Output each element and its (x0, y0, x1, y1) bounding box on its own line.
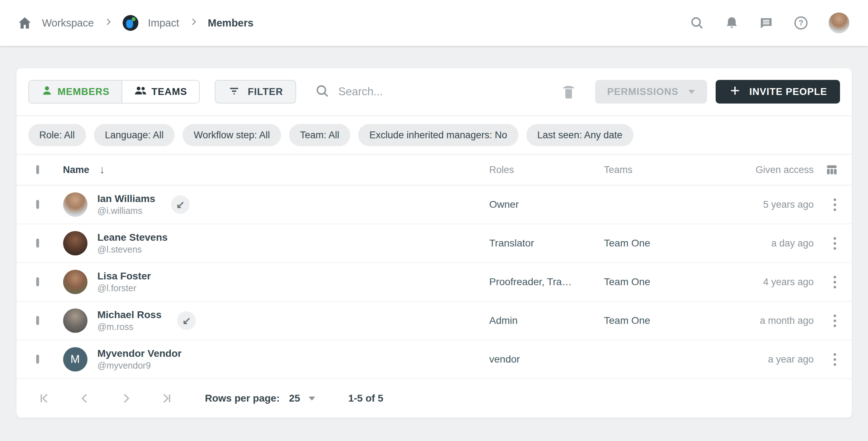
breadcrumb-current-page: Members (208, 17, 253, 29)
member-teams: Team One (604, 315, 713, 326)
member-name[interactable]: Michael Ross (98, 309, 162, 321)
row-checkbox[interactable] (36, 277, 39, 286)
members-teams-segmented-control: MEMBERS TEAMS (28, 80, 200, 104)
row-menu-kebab-icon[interactable] (831, 312, 839, 330)
row-checkbox[interactable] (36, 355, 39, 364)
breadcrumb-project[interactable]: Impact (148, 17, 179, 29)
pagination-range: 1-5 of 5 (348, 393, 383, 404)
rows-per-page-label: Rows per page: (205, 393, 280, 404)
member-roles: Owner (489, 199, 604, 210)
chevron-right-icon (104, 17, 113, 29)
breadcrumb-workspace[interactable]: Workspace (42, 17, 94, 29)
chat-icon[interactable] (759, 16, 773, 30)
member-name[interactable]: Ian Williams (98, 193, 156, 205)
chip-workflow-step[interactable]: Workflow step: All (182, 124, 281, 146)
chevron-right-icon (189, 17, 198, 29)
invite-people-button[interactable]: INVITE PEOPLE (716, 80, 840, 104)
delete-trash-icon[interactable] (561, 84, 577, 100)
user-avatar[interactable] (829, 13, 849, 33)
tab-teams[interactable]: TEAMS (122, 81, 199, 103)
search-icon[interactable] (689, 15, 705, 30)
member-given-access: 5 years ago (713, 199, 814, 210)
tab-teams-label: TEAMS (152, 86, 188, 97)
header-name-label: Name (63, 164, 90, 176)
row-menu-kebab-icon[interactable] (831, 234, 839, 253)
topbar-actions: ? (689, 13, 849, 33)
member-username: @l.stevens (98, 244, 168, 255)
people-group-icon (134, 84, 147, 100)
header-given-access: Given access (713, 164, 814, 176)
avatar (63, 270, 87, 294)
previous-page-icon[interactable] (78, 392, 92, 405)
header-roles: Roles (489, 164, 604, 176)
member-given-access: 4 years ago (713, 277, 814, 288)
avatar (63, 231, 87, 255)
header-name[interactable]: Name ↓ (63, 163, 105, 176)
member-roles: Admin (489, 315, 604, 326)
chip-exclude-inherited-managers[interactable]: Exclude inherited managers: No (358, 124, 518, 146)
project-logo-icon[interactable] (123, 15, 138, 31)
search-input[interactable] (338, 85, 561, 98)
sort-descending-icon[interactable]: ↓ (99, 163, 105, 176)
permissions-button[interactable]: PERMISSIONS (595, 80, 707, 104)
table-row: Ian Williams @i.williams ↙ Owner 5 years… (16, 186, 852, 224)
breadcrumb: Workspace Impact Members (17, 15, 253, 31)
chip-language[interactable]: Language: All (94, 124, 175, 146)
permissions-button-label: PERMISSIONS (607, 86, 679, 97)
table-row: Lisa Foster @l.forster Proofreader, Tra…… (16, 263, 852, 302)
member-roles: Translator (489, 238, 604, 249)
member-name[interactable]: Lisa Foster (98, 270, 151, 282)
rows-per-page-select[interactable]: 25 (289, 393, 315, 404)
row-checkbox[interactable] (36, 200, 39, 209)
toolbar: MEMBERS TEAMS FILTER PERMI (16, 68, 852, 115)
topbar: Workspace Impact Members ? (0, 0, 868, 46)
notifications-bell-icon[interactable] (725, 16, 739, 30)
chevron-down-icon (688, 90, 695, 94)
chip-last-seen[interactable]: Last seen: Any date (526, 124, 634, 146)
select-all-checkbox[interactable] (36, 165, 39, 174)
member-name[interactable]: Myvendor Vendor (98, 348, 182, 359)
filter-chips-row: Role: All Language: All Workflow step: A… (16, 116, 852, 154)
member-teams: Team One (604, 238, 713, 249)
member-name[interactable]: Leane Stevens (98, 232, 168, 243)
table-header: Name ↓ Roles Teams Given access (16, 154, 852, 186)
row-menu-kebab-icon[interactable] (831, 273, 839, 291)
pagination-bar: Rows per page: 25 1-5 of 5 (16, 379, 852, 418)
person-icon (41, 85, 53, 99)
column-settings-icon[interactable] (825, 163, 839, 177)
inherited-member-arrow-icon: ↙ (177, 311, 196, 330)
chevron-down-icon (309, 397, 315, 401)
search-icon (315, 83, 330, 100)
inherited-member-arrow-icon: ↙ (171, 195, 190, 214)
next-page-icon[interactable] (119, 392, 133, 405)
member-given-access: a month ago (713, 315, 814, 326)
tab-members[interactable]: MEMBERS (29, 81, 122, 103)
member-teams: Team One (604, 276, 713, 288)
plus-icon (729, 84, 741, 100)
svg-text:?: ? (798, 18, 803, 27)
member-username: @myvendor9 (98, 360, 182, 371)
member-roles: Proofreader, Tra… (489, 276, 604, 288)
first-page-icon[interactable] (37, 392, 51, 405)
last-page-icon[interactable] (160, 392, 174, 405)
members-card: MEMBERS TEAMS FILTER PERMI (16, 68, 852, 418)
tab-members-label: MEMBERS (58, 86, 110, 97)
help-icon[interactable]: ? (793, 15, 808, 30)
table-row: Michael Ross @m.ross ↙ Admin Team One a … (16, 302, 852, 340)
rows-per-page-value: 25 (289, 393, 300, 404)
chip-team[interactable]: Team: All (289, 124, 351, 146)
home-icon[interactable] (17, 15, 32, 30)
avatar (63, 192, 87, 217)
chip-role[interactable]: Role: All (28, 124, 86, 146)
table-row: M Myvendor Vendor @myvendor9 vendor a ye… (16, 340, 852, 379)
avatar (63, 308, 87, 333)
filter-button-label: FILTER (248, 86, 283, 97)
filter-button[interactable]: FILTER (215, 80, 296, 104)
member-roles: vendor (489, 354, 604, 365)
row-menu-kebab-icon[interactable] (831, 350, 839, 369)
row-checkbox[interactable] (36, 239, 39, 248)
row-menu-kebab-icon[interactable] (831, 196, 839, 214)
member-given-access: a day ago (713, 238, 814, 249)
row-checkbox[interactable] (36, 316, 39, 325)
member-username: @i.williams (98, 206, 156, 216)
